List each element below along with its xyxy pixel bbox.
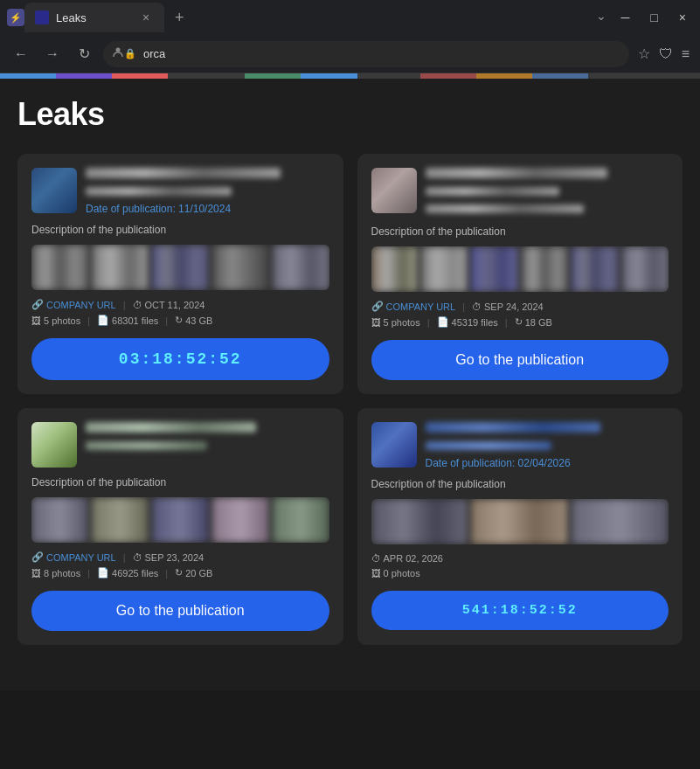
page-content: Leaks Date of publication: 11/10/2024 De… (0, 79, 700, 690)
card-2-img-block-3 (471, 246, 517, 292)
card-1-date-value: 11/10/2024 (178, 203, 231, 215)
card-4-action-button[interactable]: 541:18:52:52 (371, 591, 669, 630)
card-3-meta-row-1: 🔗 COMPANY URL | ⏱ SEP 23, 2024 (31, 551, 329, 563)
card-3-company-url[interactable]: 🔗 COMPANY URL (31, 551, 116, 563)
card-1-img-block-4 (212, 245, 269, 290)
card-4-date-value: 02/04/2026 (518, 457, 571, 469)
card-3-img-block-4 (212, 497, 269, 543)
card-1-files: 📄 68301 files (97, 315, 158, 326)
card-4-header: Date of publication: 02/04/2026 (371, 422, 669, 469)
back-button[interactable]: ← (9, 42, 33, 66)
card-4-image (371, 499, 669, 544)
card-4-date: Date of publication: 02/04/2026 (426, 457, 669, 469)
minimize-button[interactable]: ─ (613, 9, 636, 26)
shield-icon[interactable]: 🛡 (657, 45, 675, 64)
card-4-info: Date of publication: 02/04/2026 (426, 422, 669, 469)
card-2-description: Description of the publication (371, 225, 669, 238)
card-1-size: ↻ 43 GB (175, 315, 212, 326)
card-2-meta-row-2: 🖼 5 photos | 📄 45319 files | ↻ 18 GB (371, 316, 669, 328)
card-3-action-button[interactable]: Go to the publication (31, 591, 329, 631)
card-4-name-blurred-2 (426, 441, 552, 450)
card-2-image (371, 246, 669, 292)
card-1-action-button[interactable]: 03:18:52:52 (31, 338, 329, 380)
window-controls: ⌄ ─ □ × (596, 9, 693, 26)
browser-favicon: ⚡ (7, 9, 24, 26)
card-3-meta-row-2: 🖼 8 photos | 📄 46925 files | ↻ 20 GB (31, 567, 329, 578)
card-2-files: 📄 45319 files (437, 316, 498, 328)
card-3: Description of the publication 🔗 COMPANY… (17, 408, 343, 645)
svg-point-0 (116, 48, 121, 52)
card-3-header (31, 422, 329, 468)
maximize-button[interactable]: □ (643, 9, 664, 26)
card-3-img-block-5 (273, 497, 329, 543)
card-4-name-blurred (426, 422, 601, 433)
refresh-button[interactable]: ↻ (72, 42, 96, 66)
forward-button[interactable]: → (40, 42, 65, 66)
address-input-wrapper[interactable]: 🔒 (103, 41, 629, 67)
card-2-img-block-4 (522, 246, 568, 292)
address-bar-icon (112, 46, 124, 61)
card-2-img-block-1 (371, 246, 418, 292)
card-1-name-blurred-2 (86, 187, 232, 196)
card-1-photos: 🖼 5 photos (31, 315, 80, 326)
page-title: Leaks (17, 96, 683, 133)
lock-icon: 🔒 (124, 48, 136, 59)
title-bar: ⚡ Leaks × + ⌄ ─ □ × (0, 0, 700, 35)
card-4-img-block-2 (471, 499, 568, 544)
card-3-meta: 🔗 COMPANY URL | ⏱ SEP 23, 2024 🖼 8 photo… (31, 551, 329, 578)
favorite-icon[interactable]: ☆ (636, 44, 652, 64)
card-2-date-meta: ⏱ SEP 24, 2024 (472, 301, 544, 312)
card-1-img-block-1 (31, 245, 88, 290)
card-3-size: ↻ 20 GB (175, 567, 212, 578)
card-3-info (86, 422, 329, 454)
card-2-img-block-6 (622, 246, 669, 292)
card-2-name-blurred-3 (426, 204, 584, 213)
card-2-action-button[interactable]: Go to the publication (371, 340, 669, 380)
card-2-size: ↻ 18 GB (515, 316, 552, 328)
card-3-photos: 🖼 8 photos (31, 568, 80, 578)
close-window-button[interactable]: × (672, 9, 693, 26)
card-4-meta-row-2: 🖼 0 photos (371, 568, 669, 578)
tab-title: Leaks (56, 11, 131, 24)
card-3-description: Description of the publication (31, 476, 329, 488)
card-1-avatar (31, 168, 77, 213)
card-2-meta-row-1: 🔗 COMPANY URL | ⏱ SEP 24, 2024 (371, 301, 669, 312)
card-3-img-block-3 (152, 497, 209, 543)
card-3-avatar (31, 422, 77, 468)
card-3-img-block-1 (31, 497, 88, 543)
active-tab[interactable]: Leaks × (24, 3, 164, 32)
new-tab-button[interactable]: + (168, 5, 191, 31)
card-4-meta: ⏱ APR 02, 2026 🖼 0 photos (371, 553, 669, 578)
browser-menu-icon[interactable]: ≡ (680, 45, 691, 64)
address-bar-right-icons: ☆ 🛡 ≡ (636, 44, 691, 64)
card-2-name-blurred (426, 168, 608, 178)
dropdown-button[interactable]: ⌄ (596, 9, 606, 26)
card-2-avatar (371, 168, 417, 213)
card-3-date-meta: ⏱ SEP 23, 2024 (133, 552, 204, 563)
card-1-header: Date of publication: 11/10/2024 (31, 168, 329, 215)
address-input[interactable] (103, 41, 629, 67)
card-2-photos: 🖼 5 photos (371, 317, 420, 328)
card-1-description: Description of the publication (31, 224, 329, 236)
card-2-meta: 🔗 COMPANY URL | ⏱ SEP 24, 2024 🖼 5 photo… (371, 301, 669, 328)
card-2-name-blurred-2 (426, 187, 559, 196)
card-2-img-block-5 (572, 246, 618, 292)
card-4: Date of publication: 02/04/2026 Descript… (357, 408, 683, 645)
card-3-img-block-2 (92, 497, 149, 543)
card-4-meta-row-1: ⏱ APR 02, 2026 (371, 553, 669, 564)
card-1-company-url[interactable]: 🔗 COMPANY URL (31, 299, 116, 310)
card-4-img-block-1 (371, 499, 468, 544)
card-1-date-meta: ⏱ OCT 11, 2024 (133, 300, 205, 310)
card-2-company-url[interactable]: 🔗 COMPANY URL (371, 301, 456, 312)
cards-grid: Date of publication: 11/10/2024 Descript… (17, 154, 683, 645)
card-1: Date of publication: 11/10/2024 Descript… (17, 154, 343, 394)
card-1-image (31, 245, 329, 290)
card-3-name-blurred-2 (86, 441, 207, 450)
card-4-date-meta: ⏱ APR 02, 2026 (371, 553, 444, 564)
tab-bar: Leaks × + (24, 3, 191, 32)
card-1-meta-row-1: 🔗 COMPANY URL | ⏱ OCT 11, 2024 (31, 299, 329, 310)
card-1-name-blurred (86, 168, 281, 178)
address-bar: ← → ↻ 🔒 ☆ 🛡 ≡ (0, 35, 700, 73)
tab-close-button[interactable]: × (138, 10, 154, 25)
card-3-image (31, 497, 329, 543)
